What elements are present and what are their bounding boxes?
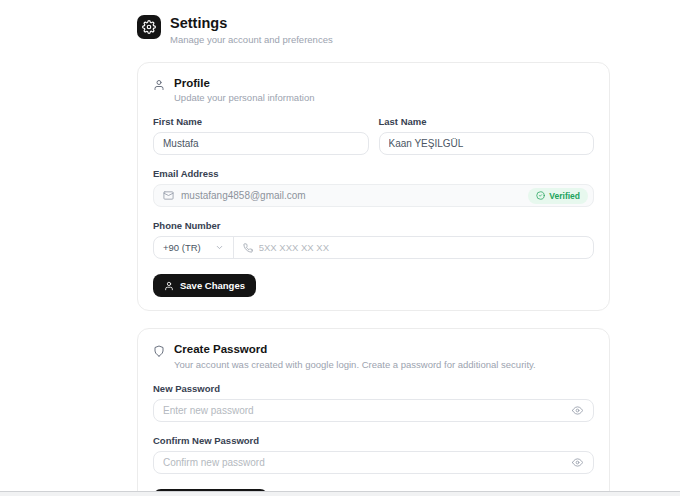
country-code-select[interactable]: +90 (TR)	[154, 237, 233, 258]
country-code-value: +90 (TR)	[163, 242, 201, 253]
eye-icon	[572, 457, 583, 468]
new-password-field	[153, 399, 594, 422]
gear-icon	[142, 20, 156, 34]
first-name-label: First Name	[153, 116, 369, 127]
footer-divider	[0, 491, 680, 496]
email-field: mustafang4858@gmail.com Verified	[153, 184, 594, 207]
password-section-head: Create Password Your account was created…	[153, 343, 594, 370]
verified-badge-label: Verified	[549, 191, 580, 201]
profile-section-title: Profile	[174, 77, 314, 91]
new-password-input[interactable]	[154, 400, 570, 421]
email-label: Email Address	[153, 168, 594, 179]
settings-page: Settings Manage your account and prefere…	[137, 0, 610, 496]
last-name-input[interactable]	[379, 132, 595, 155]
name-fields-row: First Name Last Name	[153, 103, 594, 155]
confirm-password-label: Confirm New Password	[153, 435, 594, 446]
phone-icon	[243, 243, 253, 253]
profile-section-subtitle: Update your personal information	[174, 92, 314, 103]
chevron-down-icon	[215, 243, 224, 252]
create-password-card: Create Password Your account was created…	[137, 328, 610, 496]
new-password-label: New Password	[153, 383, 594, 394]
password-section-subtitle: Your account was created with google log…	[174, 359, 536, 370]
phone-label: Phone Number	[153, 220, 594, 231]
page-title: Settings	[170, 15, 333, 32]
verified-badge: Verified	[528, 188, 588, 204]
mail-icon	[163, 190, 174, 201]
user-icon	[153, 79, 165, 91]
save-changes-button[interactable]: Save Changes	[153, 274, 256, 297]
email-value: mustafang4858@gmail.com	[181, 190, 521, 201]
confirm-password-field	[153, 451, 594, 474]
last-name-label: Last Name	[379, 116, 595, 127]
confirm-password-input[interactable]	[154, 452, 570, 473]
eye-icon	[572, 405, 583, 416]
password-section-title: Create Password	[174, 343, 536, 357]
shield-icon	[153, 345, 165, 357]
phone-input[interactable]	[259, 242, 593, 253]
phone-field-group: +90 (TR)	[153, 236, 594, 259]
page-subtitle: Manage your account and preferences	[170, 34, 333, 45]
first-name-input[interactable]	[153, 132, 369, 155]
check-circle-icon	[536, 191, 545, 200]
profile-section-head: Profile Update your personal information	[153, 77, 594, 104]
page-header: Settings Manage your account and prefere…	[137, 15, 610, 45]
profile-card: Profile Update your personal information…	[137, 62, 610, 312]
settings-app-icon	[137, 15, 161, 39]
user-icon	[164, 281, 174, 291]
toggle-new-password-visibility[interactable]	[570, 403, 585, 418]
save-changes-label: Save Changes	[180, 280, 245, 291]
toggle-confirm-password-visibility[interactable]	[570, 455, 585, 470]
